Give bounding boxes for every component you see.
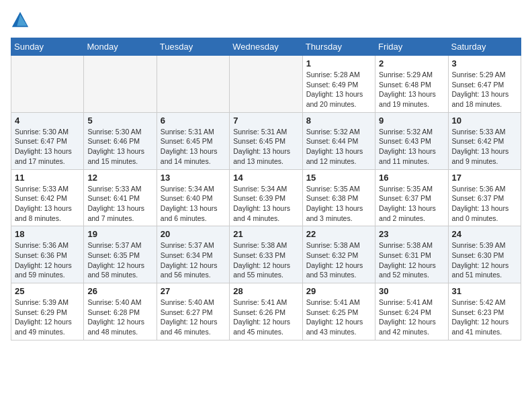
calendar-cell: 28Sunrise: 5:41 AM Sunset: 6:26 PM Dayli… — [230, 283, 302, 340]
weekday-header: Tuesday — [157, 38, 229, 56]
weekday-header: Friday — [375, 38, 448, 56]
day-info: Sunrise: 5:32 AM Sunset: 6:44 PM Dayligh… — [306, 127, 371, 167]
day-number: 14 — [233, 173, 298, 183]
page-header — [11, 11, 521, 30]
calendar-cell: 5Sunrise: 5:30 AM Sunset: 6:46 PM Daylig… — [84, 112, 157, 169]
calendar-cell: 31Sunrise: 5:42 AM Sunset: 6:23 PM Dayli… — [448, 283, 521, 340]
calendar-cell: 23Sunrise: 5:38 AM Sunset: 6:31 PM Dayli… — [375, 226, 448, 283]
day-info: Sunrise: 5:36 AM Sunset: 6:36 PM Dayligh… — [15, 240, 80, 280]
calendar-week-row: 4Sunrise: 5:30 AM Sunset: 6:47 PM Daylig… — [11, 112, 521, 169]
weekday-header: Monday — [84, 38, 157, 56]
calendar-cell: 16Sunrise: 5:35 AM Sunset: 6:37 PM Dayli… — [375, 169, 448, 226]
calendar-cell: 19Sunrise: 5:37 AM Sunset: 6:35 PM Dayli… — [84, 226, 157, 283]
day-info: Sunrise: 5:34 AM Sunset: 6:40 PM Dayligh… — [161, 184, 226, 224]
day-info: Sunrise: 5:32 AM Sunset: 6:43 PM Dayligh… — [379, 127, 444, 167]
day-number: 26 — [87, 286, 152, 296]
calendar-cell: 18Sunrise: 5:36 AM Sunset: 6:36 PM Dayli… — [11, 226, 84, 283]
day-info: Sunrise: 5:39 AM Sunset: 6:29 PM Dayligh… — [15, 298, 80, 337]
day-info: Sunrise: 5:31 AM Sunset: 6:45 PM Dayligh… — [233, 127, 298, 167]
day-number: 7 — [233, 116, 298, 126]
calendar-cell — [11, 56, 84, 113]
day-info: Sunrise: 5:29 AM Sunset: 6:47 PM Dayligh… — [452, 70, 517, 109]
day-number: 5 — [87, 116, 152, 126]
day-number: 12 — [87, 173, 152, 183]
day-info: Sunrise: 5:30 AM Sunset: 6:46 PM Dayligh… — [87, 127, 152, 167]
calendar-table: SundayMondayTuesdayWednesdayThursdayFrid… — [11, 38, 521, 340]
day-info: Sunrise: 5:41 AM Sunset: 6:25 PM Dayligh… — [306, 298, 371, 337]
calendar-cell: 12Sunrise: 5:33 AM Sunset: 6:41 PM Dayli… — [84, 169, 157, 226]
day-number: 28 — [233, 286, 298, 296]
day-info: Sunrise: 5:35 AM Sunset: 6:38 PM Dayligh… — [306, 184, 371, 224]
weekday-header: Wednesday — [230, 38, 302, 56]
calendar-cell: 26Sunrise: 5:40 AM Sunset: 6:28 PM Dayli… — [84, 283, 157, 340]
calendar-cell: 30Sunrise: 5:41 AM Sunset: 6:24 PM Dayli… — [375, 283, 448, 340]
calendar-cell: 24Sunrise: 5:39 AM Sunset: 6:30 PM Dayli… — [448, 226, 521, 283]
day-info: Sunrise: 5:37 AM Sunset: 6:35 PM Dayligh… — [87, 240, 152, 280]
day-number: 1 — [306, 58, 371, 68]
day-number: 25 — [15, 286, 80, 296]
day-number: 21 — [233, 229, 298, 239]
calendar-week-row: 11Sunrise: 5:33 AM Sunset: 6:42 PM Dayli… — [11, 169, 521, 226]
calendar-cell: 17Sunrise: 5:36 AM Sunset: 6:37 PM Dayli… — [448, 169, 521, 226]
day-number: 9 — [379, 116, 444, 126]
day-info: Sunrise: 5:39 AM Sunset: 6:30 PM Dayligh… — [452, 240, 517, 280]
calendar-cell: 7Sunrise: 5:31 AM Sunset: 6:45 PM Daylig… — [230, 112, 302, 169]
calendar-cell: 6Sunrise: 5:31 AM Sunset: 6:45 PM Daylig… — [157, 112, 229, 169]
calendar-cell: 27Sunrise: 5:40 AM Sunset: 6:27 PM Dayli… — [157, 283, 229, 340]
calendar-cell — [84, 56, 157, 113]
calendar-cell: 2Sunrise: 5:29 AM Sunset: 6:48 PM Daylig… — [375, 56, 448, 113]
calendar-cell: 4Sunrise: 5:30 AM Sunset: 6:47 PM Daylig… — [11, 112, 84, 169]
day-info: Sunrise: 5:38 AM Sunset: 6:33 PM Dayligh… — [233, 240, 298, 280]
day-info: Sunrise: 5:35 AM Sunset: 6:37 PM Dayligh… — [379, 184, 444, 224]
calendar-cell: 22Sunrise: 5:38 AM Sunset: 6:32 PM Dayli… — [302, 226, 375, 283]
weekday-header: Thursday — [302, 38, 375, 56]
day-info: Sunrise: 5:37 AM Sunset: 6:34 PM Dayligh… — [161, 240, 226, 280]
day-number: 24 — [452, 229, 517, 239]
weekday-header: Sunday — [11, 38, 84, 56]
day-number: 6 — [161, 116, 226, 126]
calendar-cell: 14Sunrise: 5:34 AM Sunset: 6:39 PM Dayli… — [230, 169, 302, 226]
day-info: Sunrise: 5:31 AM Sunset: 6:45 PM Dayligh… — [161, 127, 226, 167]
day-number: 11 — [15, 173, 80, 183]
day-info: Sunrise: 5:41 AM Sunset: 6:24 PM Dayligh… — [379, 298, 444, 337]
calendar-cell: 8Sunrise: 5:32 AM Sunset: 6:44 PM Daylig… — [302, 112, 375, 169]
day-info: Sunrise: 5:38 AM Sunset: 6:32 PM Dayligh… — [306, 240, 371, 280]
day-info: Sunrise: 5:33 AM Sunset: 6:41 PM Dayligh… — [87, 184, 152, 224]
day-number: 2 — [379, 58, 444, 68]
calendar-cell — [157, 56, 229, 113]
day-number: 19 — [87, 229, 152, 239]
day-info: Sunrise: 5:28 AM Sunset: 6:49 PM Dayligh… — [306, 70, 371, 109]
calendar-cell — [230, 56, 302, 113]
logo-icon — [11, 11, 30, 30]
day-info: Sunrise: 5:33 AM Sunset: 6:42 PM Dayligh… — [15, 184, 80, 224]
day-number: 20 — [161, 229, 226, 239]
day-number: 22 — [306, 229, 371, 239]
day-number: 30 — [379, 286, 444, 296]
calendar-cell: 10Sunrise: 5:33 AM Sunset: 6:42 PM Dayli… — [448, 112, 521, 169]
day-info: Sunrise: 5:42 AM Sunset: 6:23 PM Dayligh… — [452, 298, 517, 337]
calendar-cell: 13Sunrise: 5:34 AM Sunset: 6:40 PM Dayli… — [157, 169, 229, 226]
calendar-cell: 15Sunrise: 5:35 AM Sunset: 6:38 PM Dayli… — [302, 169, 375, 226]
calendar-cell: 3Sunrise: 5:29 AM Sunset: 6:47 PM Daylig… — [448, 56, 521, 113]
day-number: 16 — [379, 173, 444, 183]
day-info: Sunrise: 5:41 AM Sunset: 6:26 PM Dayligh… — [233, 298, 298, 337]
day-info: Sunrise: 5:40 AM Sunset: 6:27 PM Dayligh… — [161, 298, 226, 337]
day-number: 10 — [452, 116, 517, 126]
day-number: 4 — [15, 116, 80, 126]
day-info: Sunrise: 5:34 AM Sunset: 6:39 PM Dayligh… — [233, 184, 298, 224]
calendar-cell: 1Sunrise: 5:28 AM Sunset: 6:49 PM Daylig… — [302, 56, 375, 113]
calendar-cell: 9Sunrise: 5:32 AM Sunset: 6:43 PM Daylig… — [375, 112, 448, 169]
calendar-cell: 20Sunrise: 5:37 AM Sunset: 6:34 PM Dayli… — [157, 226, 229, 283]
calendar-cell: 29Sunrise: 5:41 AM Sunset: 6:25 PM Dayli… — [302, 283, 375, 340]
calendar-week-row: 18Sunrise: 5:36 AM Sunset: 6:36 PM Dayli… — [11, 226, 521, 283]
weekday-header: Saturday — [448, 38, 521, 56]
day-number: 29 — [306, 286, 371, 296]
logo — [11, 11, 32, 30]
day-info: Sunrise: 5:29 AM Sunset: 6:48 PM Dayligh… — [379, 70, 444, 109]
day-number: 31 — [452, 286, 517, 296]
day-number: 23 — [379, 229, 444, 239]
day-number: 3 — [452, 58, 517, 68]
calendar-cell: 11Sunrise: 5:33 AM Sunset: 6:42 PM Dayli… — [11, 169, 84, 226]
calendar-week-row: 25Sunrise: 5:39 AM Sunset: 6:29 PM Dayli… — [11, 283, 521, 340]
day-number: 8 — [306, 116, 371, 126]
